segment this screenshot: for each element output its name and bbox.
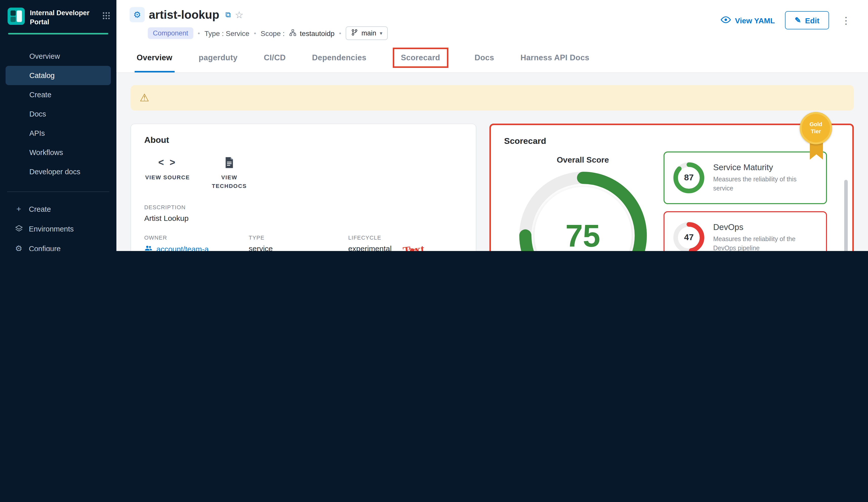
portal-logo — [8, 8, 25, 27]
scope-chip[interactable]: testautoidp — [289, 29, 334, 38]
gold-tier-ribbon: Gold Tier — [800, 112, 832, 164]
about-card: About < > VIEW SOURCE VIEW TECHDOCS — [131, 123, 476, 251]
score-gauge: 87 — [673, 162, 705, 194]
tab-pagerduty[interactable]: pagerduty — [186, 43, 250, 72]
score-description: Measures the reliability of this service — [713, 175, 818, 193]
sidebar-environments-label: Environments — [29, 225, 74, 233]
group-icon — [144, 244, 153, 251]
scope-value: testautoidp — [300, 29, 334, 37]
scope-label: Scope : — [261, 29, 285, 37]
kind-badge: Component — [148, 27, 193, 39]
sidebar-nav: Overview Catalog Create Docs APIs Workfl… — [0, 38, 116, 181]
pencil-icon: ✎ — [795, 16, 801, 25]
sidebar-divider — [7, 191, 109, 192]
about-actions: < > VIEW SOURCE VIEW TECHDOCS — [144, 157, 463, 190]
plus-icon: + — [14, 204, 23, 213]
sidebar-create-button[interactable]: + Create — [0, 199, 116, 219]
scorecard-title: Scorecard — [504, 136, 839, 147]
meta-dot: • — [254, 30, 256, 37]
entity-meta-row: Component • Type : Service • Scope : tes… — [148, 26, 388, 40]
tab-harness-api-docs[interactable]: Harness API Docs — [507, 43, 602, 72]
scorecard-body: Overall Score 75 — [504, 148, 839, 251]
lifecycle-field: LIFECYCLE experimental — [348, 234, 463, 251]
score-value: 47 — [673, 221, 705, 251]
tab-dependencies[interactable]: Dependencies — [299, 43, 380, 72]
scope-hierarchy-icon — [289, 29, 297, 38]
overall-score-label: Overall Score — [557, 155, 609, 164]
scorecard-scrollbar[interactable] — [844, 180, 848, 251]
sidebar-item-configure[interactable]: ⚙ Configure — [0, 239, 116, 251]
type-field: TYPE service — [249, 234, 348, 251]
warning-banner: ⚠ — [131, 85, 854, 110]
sidebar-item-catalog[interactable]: Catalog — [6, 66, 111, 85]
owner-value: account/team-a — [156, 244, 209, 251]
tab-cicd[interactable]: CI/CD — [251, 43, 299, 72]
meta-dot: • — [198, 30, 200, 37]
lifecycle-value: experimental — [348, 244, 463, 251]
owner-field: OWNER account/team-a — [144, 234, 249, 251]
description-value: Artist Lookup — [144, 214, 463, 222]
brand: Internal Developer Portal — [0, 0, 116, 31]
entity-tabs: Overview pagerduty CI/CD Dependencies Sc… — [116, 43, 868, 73]
sidebar-configure-label: Configure — [29, 244, 61, 251]
score-value: 87 — [673, 162, 705, 194]
view-techdocs-button[interactable]: VIEW TECHDOCS — [206, 157, 252, 190]
sidebar-item-docs[interactable]: Docs — [0, 104, 116, 123]
score-gauge: 47 — [673, 221, 705, 251]
sidebar-item-create[interactable]: Create — [0, 85, 116, 104]
type-text: Type : Service — [205, 29, 249, 37]
tab-scorecard[interactable]: Scorecard — [380, 43, 461, 72]
branch-icon — [351, 29, 358, 38]
chevron-down-icon: ▾ — [380, 30, 382, 36]
sidebar-item-overview[interactable]: Overview — [0, 47, 116, 66]
entity-header: ⚙ artist-lookup ⧉ ☆ Component • Type : S… — [116, 0, 868, 43]
page-title: artist-lookup — [149, 8, 219, 21]
gear-icon: ⚙ — [14, 244, 23, 251]
overall-score-value: 75 — [519, 172, 647, 251]
about-fields: DESCRIPTION Artist Lookup OWNER account/… — [144, 204, 463, 251]
edit-label: Edit — [805, 16, 819, 24]
sidebar-secondary-nav: + Create Environments ⚙ Configure — [0, 199, 116, 251]
brand-accent-divider — [8, 33, 108, 34]
warning-icon: ⚠ — [140, 92, 149, 104]
annotation-box-scorecard-tab: Scorecard — [393, 48, 448, 68]
favorite-star-icon[interactable]: ☆ — [235, 9, 244, 21]
scorecard-card: Scorecard Gold Tier Overall Score — [489, 123, 854, 251]
score-name: DevOps — [713, 222, 818, 232]
entity-gear-icon: ⚙ — [130, 7, 145, 22]
owner-link[interactable]: account/team-a — [144, 244, 249, 251]
code-icon: < > — [158, 157, 177, 169]
edit-button[interactable]: ✎ Edit — [785, 11, 829, 29]
app-window: Internal Developer Portal Overview Catal… — [0, 0, 868, 251]
sidebar-item-environments[interactable]: Environments — [0, 219, 116, 239]
sidebar-create-label: Create — [29, 205, 51, 213]
scorecard-item-devops[interactable]: 47 DevOps Measures the reliability of th… — [663, 211, 827, 251]
app-switcher-icon[interactable] — [102, 8, 110, 22]
view-source-button[interactable]: < > VIEW SOURCE — [144, 157, 191, 190]
description-field: DESCRIPTION Artist Lookup — [144, 204, 463, 222]
more-options-icon[interactable]: ⋮ — [839, 14, 853, 26]
overall-score-block: Overall Score 75 — [504, 148, 661, 251]
sidebar-item-developer-docs[interactable]: Developer docs — [0, 162, 116, 181]
view-yaml-button[interactable]: View YAML — [721, 16, 775, 25]
branch-name: main — [361, 29, 376, 37]
brand-title: Internal Developer Portal — [30, 8, 97, 26]
description-label: DESCRIPTION — [144, 204, 463, 210]
entity-title-block: ⚙ artist-lookup ⧉ ☆ Component • Type : S… — [130, 7, 388, 40]
view-techdocs-label: VIEW TECHDOCS — [206, 173, 252, 190]
sidebar-item-workflows[interactable]: Workflows — [0, 143, 116, 162]
main-area: ⚙ artist-lookup ⧉ ☆ Component • Type : S… — [116, 0, 868, 251]
view-source-label: VIEW SOURCE — [145, 173, 190, 182]
eye-icon — [721, 16, 731, 25]
sidebar-item-apis[interactable]: APIs — [0, 123, 116, 143]
tab-docs[interactable]: Docs — [461, 43, 507, 72]
tab-overview[interactable]: Overview — [124, 43, 186, 72]
copy-icon[interactable]: ⧉ — [226, 10, 231, 19]
overall-score-gauge: 75 — [519, 172, 647, 251]
content-area: ⚠ About < > VIEW SOURCE — [116, 73, 868, 251]
score-description: Measures the reliability of the DevOps p… — [713, 235, 818, 251]
header-actions: View YAML ✎ Edit ⋮ — [721, 11, 853, 29]
branch-selector[interactable]: main ▾ — [346, 26, 388, 40]
document-icon — [225, 157, 234, 169]
tab-scorecard-label: Scorecard — [401, 53, 440, 62]
